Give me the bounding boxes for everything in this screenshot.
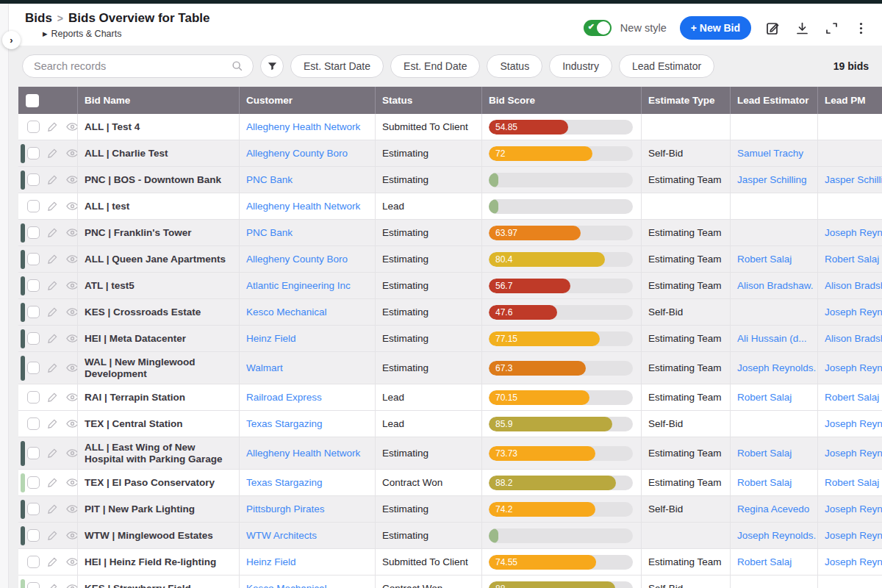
row-select-checkbox[interactable] (27, 417, 40, 430)
column-header-estimate-type[interactable]: Estimate Type (641, 87, 730, 114)
edit-pencil-icon[interactable] (46, 226, 59, 239)
new-style-toggle[interactable]: ✔ (584, 20, 612, 36)
filter-pill-est-end-date[interactable]: Est. End Date (390, 54, 480, 78)
table-row[interactable]: TEX | Central StationTexas StargazingLea… (18, 411, 882, 437)
customer-link[interactable]: Allegheny Health Network (239, 437, 375, 469)
row-select-checkbox[interactable] (27, 582, 40, 588)
edit-pencil-icon[interactable] (46, 556, 59, 568)
lead-estimator-link[interactable]: Ali Hussain (d... (730, 326, 817, 351)
lead-pm-link[interactable]: Robert Salaj (817, 384, 882, 410)
filter-pill-status[interactable]: Status (487, 54, 542, 78)
row-select-checkbox[interactable] (27, 253, 40, 265)
lead-pm-link[interactable]: Robert Salaj (817, 470, 882, 495)
row-select-checkbox[interactable] (27, 503, 40, 515)
edit-pencil-icon[interactable] (46, 362, 59, 374)
breadcrumb-root[interactable]: Bids (25, 11, 52, 26)
lead-estimator-link[interactable]: Regina Acevedo (730, 496, 817, 522)
customer-link[interactable]: Walmart (239, 352, 375, 384)
view-eye-icon[interactable] (65, 390, 77, 404)
customer-link[interactable]: Allegheny Health Network (239, 193, 375, 219)
table-row[interactable]: ALL | Charlie TestAllegheny County BoroE… (18, 140, 882, 167)
row-select-checkbox[interactable] (27, 147, 40, 159)
table-row[interactable]: PNC | Franklin's TowerPNC BankEstimating… (18, 220, 882, 246)
column-header-status[interactable]: Status (375, 87, 481, 114)
table-row[interactable]: HEI | Meta DatacenterHeinz FieldEstimati… (18, 326, 882, 352)
lead-estimator-link[interactable]: Robert Salaj (730, 549, 817, 575)
edit-pencil-icon[interactable] (46, 200, 59, 212)
download-icon[interactable] (794, 20, 810, 36)
filter-pill-est-start-date[interactable]: Est. Start Date (290, 54, 384, 78)
table-row[interactable]: WTW | Minglewood EstatesWTW ArchitectsEs… (18, 523, 882, 549)
table-row[interactable]: ALL | testAllegheny Health NetworkLead (18, 193, 882, 220)
table-row[interactable]: KES | Strawberry FieldKesco MechanicalCo… (18, 576, 882, 588)
lead-pm-link[interactable]: Jasper Schilling (817, 167, 882, 193)
column-header-bid-score[interactable]: Bid Score (481, 87, 641, 114)
edit-pencil-icon[interactable] (46, 582, 59, 588)
column-header-bid-name[interactable]: Bid Name (77, 87, 239, 114)
expand-fullscreen-icon[interactable] (823, 20, 839, 36)
view-eye-icon[interactable] (65, 361, 77, 375)
view-eye-icon[interactable] (65, 446, 77, 460)
lead-estimator-link[interactable]: Jasper Schilling (730, 167, 817, 193)
table-row[interactable]: RAI | Terrapin StationRailroad ExpressLe… (18, 384, 882, 411)
lead-pm-link[interactable]: Joseph Reynolds (817, 549, 882, 575)
edit-pencil-icon[interactable] (46, 476, 59, 489)
edit-pencil-icon[interactable] (46, 417, 59, 430)
view-eye-icon[interactable] (65, 417, 77, 431)
customer-link[interactable]: WTW Architects (239, 523, 375, 548)
row-select-checkbox[interactable] (27, 279, 40, 292)
lead-estimator-link[interactable]: Robert Salaj (730, 437, 817, 469)
edit-pencil-icon[interactable] (46, 147, 59, 159)
edit-pencil-icon[interactable] (46, 332, 59, 345)
view-eye-icon[interactable] (65, 502, 77, 516)
row-select-checkbox[interactable] (27, 447, 40, 459)
lead-pm-link[interactable]: Joseph Reynolds (817, 299, 882, 325)
edit-form-icon[interactable] (764, 20, 781, 36)
row-select-checkbox[interactable] (27, 332, 40, 345)
customer-link[interactable]: Heinz Field (239, 326, 375, 351)
customer-link[interactable]: Allegheny County Boro (239, 140, 375, 166)
view-eye-icon[interactable] (65, 555, 77, 569)
edit-pencil-icon[interactable] (46, 529, 59, 542)
lead-estimator-link[interactable]: Joseph Reynolds. (730, 352, 817, 384)
customer-link[interactable]: PNC Bank (239, 220, 375, 245)
lead-estimator-link[interactable]: Robert Salaj (730, 470, 817, 495)
customer-link[interactable]: Atlantic Engineering Inc (239, 273, 375, 298)
edit-pencil-icon[interactable] (46, 503, 59, 515)
customer-link[interactable]: Kesco Mechanical (239, 299, 375, 325)
table-row[interactable]: PNC | BOS - Downtown BankPNC BankEstimat… (18, 167, 882, 193)
view-eye-icon[interactable] (65, 581, 77, 588)
row-select-checkbox[interactable] (27, 529, 40, 542)
customer-link[interactable]: PNC Bank (239, 167, 375, 193)
customer-link[interactable]: Heinz Field (239, 549, 375, 575)
row-select-checkbox[interactable] (27, 306, 40, 318)
table-row[interactable]: ALL | Queen Jane ApartmentsAllegheny Cou… (18, 246, 882, 273)
edit-pencil-icon[interactable] (46, 447, 59, 459)
customer-link[interactable]: Allegheny Health Network (239, 114, 375, 140)
customer-link[interactable]: Texas Stargazing (239, 411, 375, 437)
lead-pm-link[interactable]: Robert Salaj (817, 246, 882, 272)
table-row[interactable]: ATL | test5Atlantic Engineering IncEstim… (18, 273, 882, 299)
lead-estimator-link[interactable]: Robert Salaj (730, 246, 817, 272)
edit-pencil-icon[interactable] (46, 253, 59, 265)
more-options-icon[interactable] (853, 20, 869, 36)
row-select-checkbox[interactable] (27, 200, 40, 212)
lead-pm-link[interactable]: Joseph Reynolds (817, 496, 882, 522)
table-row[interactable]: WAL | New Minglewood DevelopmentWalmartE… (18, 352, 882, 384)
column-header-customer[interactable]: Customer (239, 87, 375, 114)
lead-estimator-link[interactable]: Samuel Trachy (730, 140, 817, 166)
table-row[interactable]: PIT | New Park LightingPittsburgh Pirate… (18, 496, 882, 523)
table-row[interactable]: KES | Crossroads EstateKesco MechanicalE… (18, 299, 882, 326)
customer-link[interactable]: Kesco Mechanical (239, 576, 375, 588)
reports-charts-section[interactable]: ▶ Reports & Charts (43, 29, 209, 39)
lead-pm-link[interactable]: Joseph Reynolds (817, 220, 882, 245)
row-select-checkbox[interactable] (27, 173, 40, 186)
sidebar-expand-button[interactable]: › (2, 31, 21, 49)
lead-pm-link[interactable]: Alison Bradshaw (817, 326, 882, 351)
view-eye-icon[interactable] (65, 226, 77, 240)
lead-pm-link[interactable]: Joseph Reynolds (817, 523, 882, 548)
lead-pm-link[interactable]: Alison Bradshaw (817, 273, 882, 298)
new-bid-button[interactable]: + New Bid (680, 16, 751, 40)
table-row[interactable]: ALL | East Wing of New Hospital with Par… (18, 437, 882, 470)
table-row[interactable]: HEI | Heinz Field Re-lightingHeinz Field… (18, 549, 882, 576)
